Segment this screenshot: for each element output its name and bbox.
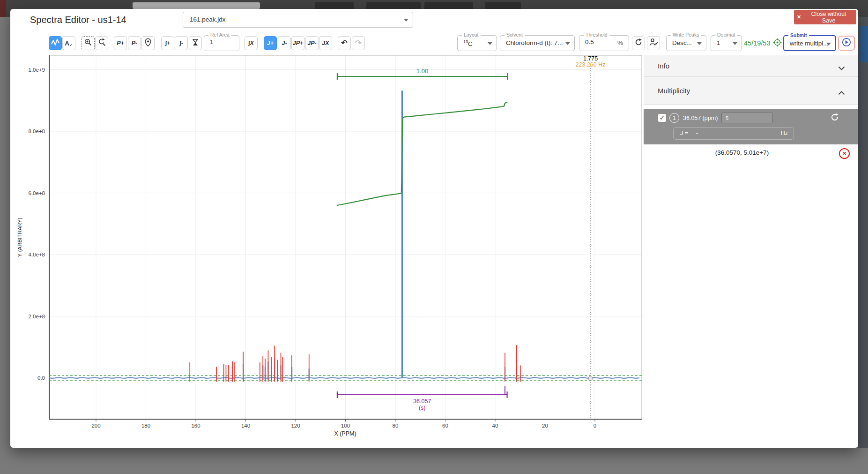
person-check-icon: [649, 38, 658, 48]
ref-area-input[interactable]: [209, 38, 231, 46]
layout-value: 13C: [463, 39, 473, 47]
spectra-editor-dialog: Spectra Editor - us1-14 161.peak.jdx ✕ C…: [10, 9, 858, 448]
chevron-down-icon: [565, 42, 570, 45]
multiplet-shift-label: 36.057 (ppm): [683, 115, 718, 121]
delete-peak-button[interactable]: ✕: [839, 148, 850, 159]
svg-text:100: 100: [341, 423, 350, 429]
multiplet-type-label: (s): [419, 405, 426, 411]
multiplet-refresh-button[interactable]: [830, 113, 839, 124]
svg-text:X (PPM): X (PPM): [334, 430, 356, 437]
svg-text:160: 160: [191, 423, 200, 429]
multiplet-shift-label: 36.057: [413, 398, 431, 405]
threshold-legend: Threshold: [584, 32, 609, 38]
solvent-select[interactable]: Solvent Chloroform-d (t): 7...: [500, 35, 575, 51]
svg-text:120: 120: [291, 423, 300, 429]
multiplet-peak-remove-button[interactable]: JP-: [305, 36, 319, 50]
multiplet-add-button[interactable]: J+: [264, 36, 277, 50]
multiplet-bracket: [337, 386, 507, 398]
peak-add-button[interactable]: P+: [114, 36, 127, 50]
multiplicity-section-label: Multiplicity: [658, 87, 690, 95]
grid: [49, 55, 642, 419]
threshold-input[interactable]: [584, 38, 609, 46]
run-submit-button[interactable]: [838, 36, 855, 51]
decimal-select[interactable]: Decimal 1: [711, 35, 742, 51]
play-icon: [841, 37, 852, 49]
svg-text:Y (ARBITRARY): Y (ARBITRARY): [17, 218, 22, 257]
background-app-button: [315, 2, 354, 9]
integral-remove-button[interactable]: ∫-: [175, 36, 188, 50]
multiplet-peak-add-button[interactable]: JP+: [291, 36, 304, 50]
chevron-down-icon: [826, 43, 831, 45]
magnifier-icon: [84, 38, 92, 48]
toolbar: A✓ P+ P-: [10, 9, 858, 53]
svg-text:60: 60: [442, 423, 448, 429]
layout-select[interactable]: Layout 13C: [457, 35, 497, 51]
info-section-header[interactable]: Info: [644, 55, 858, 77]
refresh-icon: [634, 38, 643, 48]
baseline-correction-button[interactable]: A✓: [62, 36, 75, 50]
integral-add-button[interactable]: ∫+: [161, 36, 174, 50]
baseline-check-icon: ✓: [69, 43, 73, 47]
svg-text:20: 20: [542, 423, 548, 429]
background-app-right-accent: [860, 26, 868, 62]
solvent-legend: Solvent: [504, 32, 525, 38]
crosshair-ppm-label: 1.775: [583, 55, 598, 62]
auto-assign-button[interactable]: [647, 36, 660, 50]
chevron-down-icon: [733, 42, 737, 45]
svg-text:200: 200: [91, 423, 100, 429]
undo-button[interactable]: ↶: [338, 36, 351, 50]
write-peaks-value: Desc...: [672, 39, 692, 46]
background-app-button: [485, 2, 521, 9]
crosshair: [588, 66, 593, 419]
auto-integrate-button[interactable]: [189, 36, 202, 50]
svg-text:80: 80: [393, 423, 399, 429]
integral-x-button[interactable]: ∫X: [245, 36, 258, 50]
ref-area-field[interactable]: Ref Area: [204, 35, 239, 51]
multiplet-checkbox[interactable]: ✓: [658, 114, 666, 122]
chevron-up-icon: [838, 89, 845, 97]
submit-select[interactable]: Submit write multipl...: [783, 35, 836, 51]
multiplicity-section-header[interactable]: Multiplicity: [644, 77, 858, 105]
peak-coordinates-text: (36.0570, 5.01e+7): [644, 149, 840, 156]
blue-peaks: [243, 358, 517, 380]
multiplet-remove-button[interactable]: J-: [278, 36, 291, 50]
counter-target-icon[interactable]: [772, 38, 782, 49]
multiplicity-input[interactable]: [721, 112, 773, 123]
baseline: [49, 377, 639, 378]
peak-coordinates-row: (36.0570, 5.01e+7) ✕: [644, 144, 858, 162]
layout-legend: Layout: [462, 32, 481, 38]
submit-legend: Submit: [788, 33, 809, 38]
svg-text:8.0e+8: 8.0e+8: [29, 128, 45, 134]
hourglass-icon: [192, 38, 199, 48]
svg-text:1.0e+9: 1.0e+9: [29, 67, 45, 73]
show-spectrum-button[interactable]: [49, 36, 62, 50]
background-app-button: [424, 2, 473, 9]
crosshair-marker: [588, 376, 593, 381]
j-label: J =: [680, 130, 688, 136]
zoom-reset-button[interactable]: [95, 36, 108, 50]
redo-button[interactable]: ↷: [352, 36, 365, 50]
peak-remove-button[interactable]: P-: [128, 36, 141, 50]
zoom-peak-picking-button[interactable]: [82, 36, 95, 50]
integral-curve: [337, 102, 507, 205]
j-unit: Hz: [781, 130, 788, 136]
multiplet-card: ✓ 1 36.057 (ppm) J = - Hz: [644, 109, 858, 144]
spectrum-chart[interactable]: 1.0e+98.0e+86.0e+84.0e+82.0e+80.02001801…: [14, 53, 644, 441]
svg-text:2.0e+8: 2.0e+8: [29, 314, 45, 319]
svg-text:40: 40: [492, 423, 498, 429]
zoom-reset-icon: [97, 38, 106, 48]
side-panel: Info Multiplicity ✓ 1 36.057 (ppm): [644, 55, 858, 444]
threshold-field[interactable]: Threshold %: [579, 35, 629, 51]
j-coupling-field[interactable]: J = - Hz: [673, 127, 794, 140]
j-value: -: [696, 130, 698, 136]
chevron-down-icon: [697, 42, 702, 45]
undo-icon: ↶: [341, 39, 347, 47]
write-peaks-select[interactable]: Write Peaks Desc...: [666, 35, 706, 51]
spectrum-zigzag-icon: [51, 38, 60, 48]
multiplet-x-button[interactable]: JX: [319, 36, 332, 50]
refresh-peaks-button[interactable]: [632, 36, 645, 50]
peak-pick-button[interactable]: [141, 36, 155, 50]
svg-text:180: 180: [141, 423, 150, 429]
write-peaks-legend: Write Peaks: [671, 32, 701, 38]
svg-text:6.0e+8: 6.0e+8: [29, 190, 45, 196]
